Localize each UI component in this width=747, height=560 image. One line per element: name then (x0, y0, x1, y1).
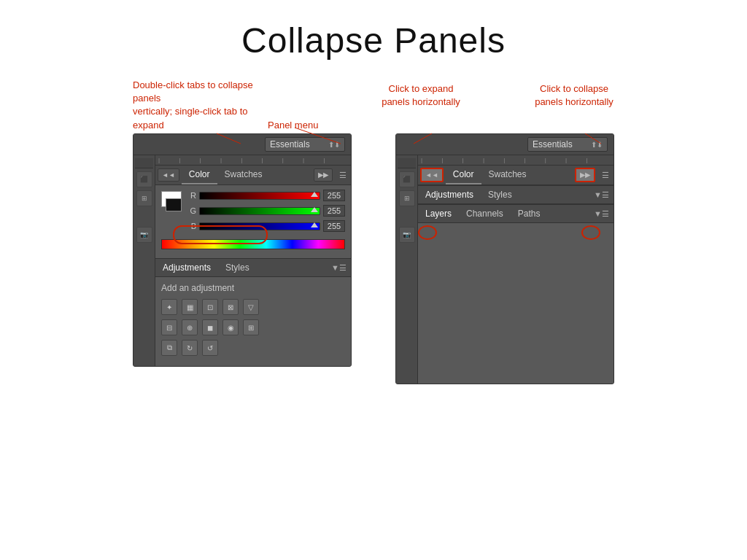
adjustments-tab-row: Adjustments Styles ▼☰ (155, 258, 351, 277)
right-panel-main: | | | | | | | | | ◄◄ Color Swatches (418, 155, 614, 384)
adj-menu-icon[interactable]: ▼☰ (327, 260, 351, 276)
sidebar-icon-2[interactable]: ⊞ (136, 190, 152, 206)
adjustments-content: Add an adjustment ✦ ▦ ⊡ ⊠ ▽ ⊟ ⊕ (155, 277, 351, 366)
layers-menu-icon[interactable]: ▼☰ (589, 206, 614, 222)
b-label: B (187, 222, 196, 230)
r-value[interactable]: 255 (323, 190, 345, 201)
tab-scroll-left[interactable]: ◄◄ (158, 168, 179, 182)
right-color-tab-row: ◄◄ Color Swatches ▶▶ ☰ (418, 166, 614, 185)
adj-icon-8[interactable]: ◉ (222, 319, 239, 335)
tabs-group: Color Swatches (182, 166, 311, 184)
right-panel-empty-area (418, 223, 614, 384)
adj-icon-vibrance[interactable]: ▽ (243, 299, 259, 315)
essentials-dropdown[interactable]: Essentials ⬆⬇ (265, 137, 345, 152)
right-tab-color[interactable]: Color (446, 166, 481, 184)
tab-scroll-right[interactable]: ▶▶ (314, 168, 333, 182)
b-slider-thumb (311, 222, 318, 228)
tab-channels[interactable]: Channels (459, 205, 511, 222)
adj-icon-brightness[interactable]: ✦ (161, 299, 177, 315)
tab-layers[interactable]: Layers (418, 205, 459, 222)
fg-bg-swatches (161, 191, 182, 211)
adj-icon-7[interactable]: ◼ (202, 319, 218, 335)
tab-swatches[interactable]: Swatches (217, 166, 270, 184)
right-tab-scroll-right[interactable]: ▶▶ (575, 168, 595, 182)
sliders-area: R 255 G (187, 190, 345, 236)
adj-icon-9[interactable]: ⊞ (243, 319, 259, 335)
adjustment-icons-row3: ⧉ ↻ ↺ (161, 340, 345, 356)
panel-sidebar: ⬛ ⊞ 📷 (133, 155, 155, 366)
right-sidebar-icon-2[interactable]: ⊞ (399, 190, 415, 206)
right-tab-styles[interactable]: Styles (481, 186, 519, 203)
tab-color[interactable]: Color (182, 166, 217, 184)
right-sidebar-icon-1[interactable]: ⬛ (399, 171, 415, 187)
adjustment-icons-row1: ✦ ▦ ⊡ ⊠ ▽ (161, 299, 345, 315)
essentials-arrow-icon: ⬆⬇ (328, 141, 340, 149)
tab-styles[interactable]: Styles (218, 259, 257, 276)
color-tab-row: ◄◄ Color Swatches ▶▶ ☰ (155, 166, 351, 185)
sidebar-icon-3[interactable]: 📷 (136, 227, 152, 243)
ruler-marks: | | | | | | | | | (158, 157, 333, 163)
tab-adjustments[interactable]: Adjustments (155, 259, 218, 276)
right-essentials-bar: Essentials ⬆⬇ (396, 134, 614, 155)
g-slider-row: G 255 (187, 205, 345, 217)
tab-menu-icon[interactable]: ☰ (335, 168, 351, 183)
g-slider[interactable] (199, 207, 320, 215)
r-slider-row: R 255 (187, 190, 345, 201)
adj-icon-10[interactable]: ⧉ (161, 340, 177, 356)
annotation-panel-menu: Panel menu (268, 119, 318, 132)
right-panel: Essentials ⬆⬇ ⬛ ⊞ 📷 | | | | | | | | | (395, 133, 614, 384)
g-value[interactable]: 255 (323, 205, 345, 217)
adj-icon-curves[interactable]: ▦ (182, 299, 198, 315)
right-tab-swatches[interactable]: Swatches (481, 166, 534, 184)
b-slider[interactable] (199, 222, 320, 230)
adj-icon-11[interactable]: ↻ (182, 340, 198, 356)
annotation-collapse: Click to collapse panels horizontally (527, 82, 622, 109)
g-slider-thumb (311, 207, 318, 212)
right-tab-adjustments[interactable]: Adjustments (418, 186, 481, 203)
adj-icon-5[interactable]: ⊟ (161, 319, 177, 335)
essentials-label: Essentials (270, 139, 310, 149)
right-tab-scroll-left[interactable]: ◄◄ (420, 168, 444, 182)
page-title: Collapse Panels (0, 0, 747, 61)
adj-icon-hue[interactable]: ⊠ (222, 299, 239, 315)
essentials-bar: Essentials ⬆⬇ (133, 134, 351, 155)
annotation-expand: Click to expand panels horizontally (374, 82, 468, 109)
b-slider-row: B 255 (187, 220, 345, 232)
left-panel: Essentials ⬆⬇ ⬛ ⊞ 📷 | | | | | | | | (133, 133, 352, 367)
tab-paths[interactable]: Paths (511, 205, 548, 222)
color-panel: R 255 G (161, 190, 345, 236)
layers-tab-row: Layers Channels Paths ▼☰ (418, 204, 614, 223)
add-adjustment-label: Add an adjustment (161, 283, 345, 293)
right-essentials-dropdown[interactable]: Essentials ⬆⬇ (527, 137, 608, 152)
right-tab-menu-icon[interactable]: ☰ (597, 168, 614, 183)
background-swatch[interactable] (166, 198, 182, 211)
r-slider-thumb (311, 192, 318, 197)
right-tabs-group: Color Swatches (446, 166, 573, 184)
ruler: | | | | | | | | | (155, 155, 351, 166)
right-ruler: | | | | | | | | | (418, 155, 614, 166)
adj-icon-levels[interactable]: ⊡ (202, 299, 218, 315)
panel-main: | | | | | | | | | ◄◄ Color Swatches (155, 155, 351, 366)
b-value[interactable]: 255 (323, 220, 345, 232)
r-slider[interactable] (199, 192, 320, 200)
spectrum-bar[interactable] (161, 239, 345, 249)
right-ruler-marks: | | | | | | | | | (421, 157, 596, 163)
right-adj-tab-row: Adjustments Styles ▼☰ (418, 185, 614, 204)
adj-icon-12[interactable]: ↺ (202, 340, 218, 356)
g-label: G (187, 206, 196, 215)
right-adj-menu-icon[interactable]: ▼☰ (589, 187, 614, 203)
adjustment-icons-row2: ⊟ ⊕ ◼ ◉ ⊞ (161, 319, 345, 335)
annotation-double-click: Double-click tabs to collapse panels ver… (133, 79, 279, 132)
right-essentials-arrow: ⬆⬇ (591, 141, 603, 149)
r-label: R (187, 191, 196, 200)
right-essentials-label: Essentials (533, 139, 573, 149)
right-panel-sidebar: ⬛ ⊞ 📷 (396, 155, 418, 384)
right-sidebar-icon-3[interactable]: 📷 (399, 227, 415, 243)
color-panel-content: R 255 G (155, 185, 351, 258)
sidebar-icon-1[interactable]: ⬛ (136, 171, 152, 187)
adj-icon-6[interactable]: ⊕ (182, 319, 198, 335)
